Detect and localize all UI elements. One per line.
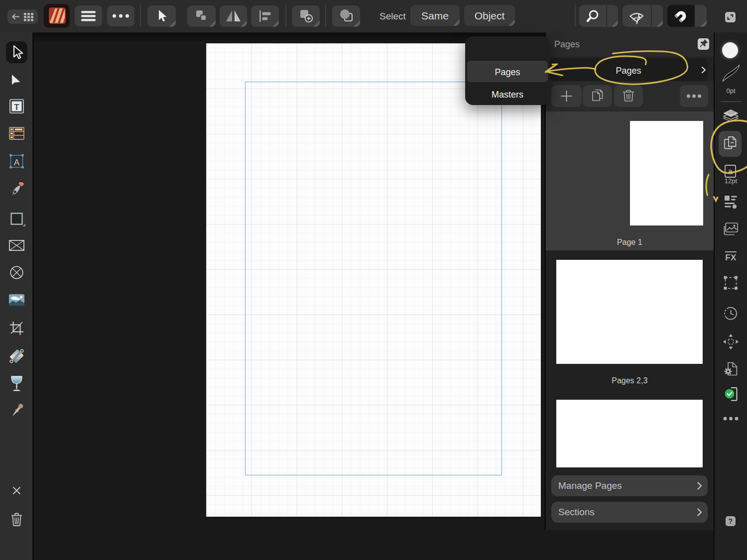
svg-text:a: a [728, 167, 733, 176]
svg-text:A: A [14, 158, 20, 167]
svg-text:T: T [14, 103, 19, 112]
